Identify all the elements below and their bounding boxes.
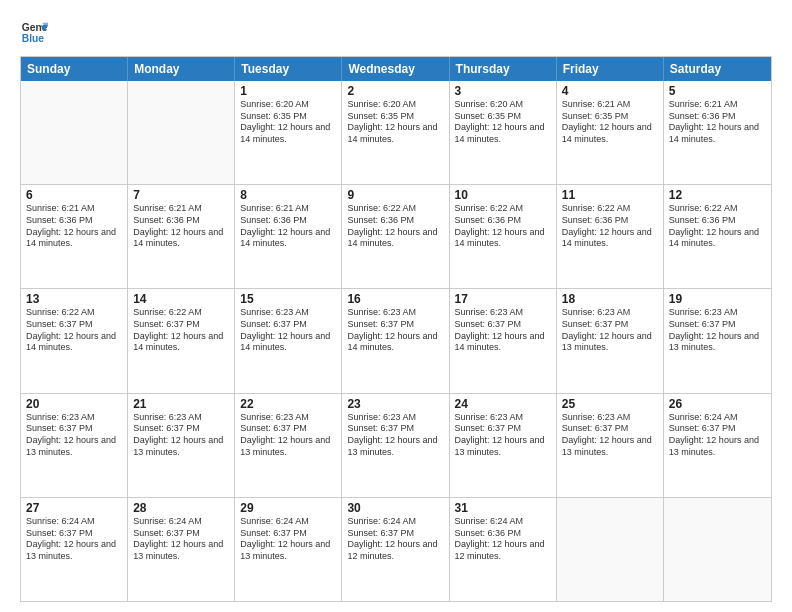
calendar-day-cell: 24Sunrise: 6:23 AM Sunset: 6:37 PM Dayli… [450,394,557,497]
calendar-header: SundayMondayTuesdayWednesdayThursdayFrid… [21,57,771,81]
day-number: 14 [133,292,229,306]
day-number: 17 [455,292,551,306]
day-info: Sunrise: 6:21 AM Sunset: 6:36 PM Dayligh… [240,203,336,250]
day-number: 16 [347,292,443,306]
day-number: 6 [26,188,122,202]
day-number: 15 [240,292,336,306]
day-info: Sunrise: 6:20 AM Sunset: 6:35 PM Dayligh… [240,99,336,146]
day-number: 30 [347,501,443,515]
calendar-day-cell: 11Sunrise: 6:22 AM Sunset: 6:36 PM Dayli… [557,185,664,288]
calendar-day-cell: 2Sunrise: 6:20 AM Sunset: 6:35 PM Daylig… [342,81,449,184]
calendar-day-cell: 14Sunrise: 6:22 AM Sunset: 6:37 PM Dayli… [128,289,235,392]
calendar-day-cell: 3Sunrise: 6:20 AM Sunset: 6:35 PM Daylig… [450,81,557,184]
day-number: 24 [455,397,551,411]
calendar-row: 27Sunrise: 6:24 AM Sunset: 6:37 PM Dayli… [21,497,771,601]
day-info: Sunrise: 6:23 AM Sunset: 6:37 PM Dayligh… [562,412,658,459]
day-info: Sunrise: 6:21 AM Sunset: 6:36 PM Dayligh… [26,203,122,250]
day-info: Sunrise: 6:23 AM Sunset: 6:37 PM Dayligh… [562,307,658,354]
calendar-day-cell: 8Sunrise: 6:21 AM Sunset: 6:36 PM Daylig… [235,185,342,288]
calendar-row: 20Sunrise: 6:23 AM Sunset: 6:37 PM Dayli… [21,393,771,497]
day-info: Sunrise: 6:21 AM Sunset: 6:36 PM Dayligh… [133,203,229,250]
day-number: 22 [240,397,336,411]
day-info: Sunrise: 6:23 AM Sunset: 6:37 PM Dayligh… [347,307,443,354]
day-number: 12 [669,188,766,202]
day-number: 7 [133,188,229,202]
day-info: Sunrise: 6:22 AM Sunset: 6:37 PM Dayligh… [133,307,229,354]
weekday-header: Wednesday [342,57,449,81]
calendar-day-cell: 15Sunrise: 6:23 AM Sunset: 6:37 PM Dayli… [235,289,342,392]
calendar-row: 6Sunrise: 6:21 AM Sunset: 6:36 PM Daylig… [21,184,771,288]
day-info: Sunrise: 6:24 AM Sunset: 6:36 PM Dayligh… [455,516,551,563]
day-number: 5 [669,84,766,98]
day-info: Sunrise: 6:23 AM Sunset: 6:37 PM Dayligh… [26,412,122,459]
calendar-day-cell: 9Sunrise: 6:22 AM Sunset: 6:36 PM Daylig… [342,185,449,288]
day-number: 2 [347,84,443,98]
logo-icon: General Blue [20,18,48,46]
empty-cell [21,81,128,184]
day-info: Sunrise: 6:24 AM Sunset: 6:37 PM Dayligh… [240,516,336,563]
weekday-header: Saturday [664,57,771,81]
day-number: 29 [240,501,336,515]
day-info: Sunrise: 6:23 AM Sunset: 6:37 PM Dayligh… [240,307,336,354]
calendar-day-cell: 25Sunrise: 6:23 AM Sunset: 6:37 PM Dayli… [557,394,664,497]
day-number: 18 [562,292,658,306]
day-info: Sunrise: 6:24 AM Sunset: 6:37 PM Dayligh… [347,516,443,563]
calendar-day-cell: 7Sunrise: 6:21 AM Sunset: 6:36 PM Daylig… [128,185,235,288]
calendar-day-cell: 5Sunrise: 6:21 AM Sunset: 6:36 PM Daylig… [664,81,771,184]
calendar-day-cell: 4Sunrise: 6:21 AM Sunset: 6:35 PM Daylig… [557,81,664,184]
day-number: 21 [133,397,229,411]
day-info: Sunrise: 6:24 AM Sunset: 6:37 PM Dayligh… [26,516,122,563]
calendar-day-cell: 22Sunrise: 6:23 AM Sunset: 6:37 PM Dayli… [235,394,342,497]
day-info: Sunrise: 6:21 AM Sunset: 6:36 PM Dayligh… [669,99,766,146]
calendar-body: 1Sunrise: 6:20 AM Sunset: 6:35 PM Daylig… [21,81,771,601]
day-info: Sunrise: 6:23 AM Sunset: 6:37 PM Dayligh… [347,412,443,459]
empty-cell [664,498,771,601]
day-info: Sunrise: 6:22 AM Sunset: 6:36 PM Dayligh… [669,203,766,250]
calendar-day-cell: 31Sunrise: 6:24 AM Sunset: 6:36 PM Dayli… [450,498,557,601]
day-number: 13 [26,292,122,306]
calendar: SundayMondayTuesdayWednesdayThursdayFrid… [20,56,772,602]
day-number: 10 [455,188,551,202]
day-info: Sunrise: 6:23 AM Sunset: 6:37 PM Dayligh… [455,412,551,459]
day-number: 11 [562,188,658,202]
calendar-day-cell: 16Sunrise: 6:23 AM Sunset: 6:37 PM Dayli… [342,289,449,392]
header: General Blue [20,18,772,46]
day-number: 23 [347,397,443,411]
calendar-row: 13Sunrise: 6:22 AM Sunset: 6:37 PM Dayli… [21,288,771,392]
weekday-header: Tuesday [235,57,342,81]
empty-cell [557,498,664,601]
weekday-header: Sunday [21,57,128,81]
day-number: 27 [26,501,122,515]
day-info: Sunrise: 6:20 AM Sunset: 6:35 PM Dayligh… [455,99,551,146]
logo: General Blue [20,18,48,46]
weekday-header: Monday [128,57,235,81]
day-info: Sunrise: 6:23 AM Sunset: 6:37 PM Dayligh… [133,412,229,459]
calendar-day-cell: 12Sunrise: 6:22 AM Sunset: 6:36 PM Dayli… [664,185,771,288]
day-info: Sunrise: 6:22 AM Sunset: 6:37 PM Dayligh… [26,307,122,354]
page: General Blue SundayMondayTuesdayWednesda… [0,0,792,612]
day-number: 26 [669,397,766,411]
calendar-day-cell: 18Sunrise: 6:23 AM Sunset: 6:37 PM Dayli… [557,289,664,392]
day-info: Sunrise: 6:23 AM Sunset: 6:37 PM Dayligh… [669,307,766,354]
calendar-day-cell: 23Sunrise: 6:23 AM Sunset: 6:37 PM Dayli… [342,394,449,497]
day-number: 20 [26,397,122,411]
calendar-day-cell: 6Sunrise: 6:21 AM Sunset: 6:36 PM Daylig… [21,185,128,288]
calendar-day-cell: 17Sunrise: 6:23 AM Sunset: 6:37 PM Dayli… [450,289,557,392]
day-number: 28 [133,501,229,515]
day-info: Sunrise: 6:20 AM Sunset: 6:35 PM Dayligh… [347,99,443,146]
day-info: Sunrise: 6:22 AM Sunset: 6:36 PM Dayligh… [347,203,443,250]
calendar-day-cell: 13Sunrise: 6:22 AM Sunset: 6:37 PM Dayli… [21,289,128,392]
day-info: Sunrise: 6:24 AM Sunset: 6:37 PM Dayligh… [669,412,766,459]
calendar-day-cell: 28Sunrise: 6:24 AM Sunset: 6:37 PM Dayli… [128,498,235,601]
day-info: Sunrise: 6:23 AM Sunset: 6:37 PM Dayligh… [455,307,551,354]
day-number: 4 [562,84,658,98]
calendar-day-cell: 29Sunrise: 6:24 AM Sunset: 6:37 PM Dayli… [235,498,342,601]
day-info: Sunrise: 6:22 AM Sunset: 6:36 PM Dayligh… [455,203,551,250]
empty-cell [128,81,235,184]
day-number: 1 [240,84,336,98]
calendar-day-cell: 27Sunrise: 6:24 AM Sunset: 6:37 PM Dayli… [21,498,128,601]
calendar-day-cell: 1Sunrise: 6:20 AM Sunset: 6:35 PM Daylig… [235,81,342,184]
calendar-day-cell: 26Sunrise: 6:24 AM Sunset: 6:37 PM Dayli… [664,394,771,497]
calendar-day-cell: 19Sunrise: 6:23 AM Sunset: 6:37 PM Dayli… [664,289,771,392]
calendar-day-cell: 30Sunrise: 6:24 AM Sunset: 6:37 PM Dayli… [342,498,449,601]
